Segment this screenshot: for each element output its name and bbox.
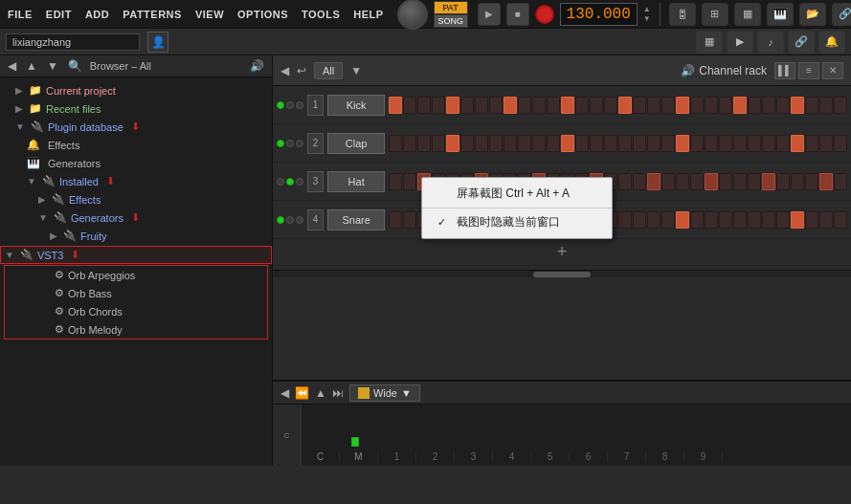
browser-effects-2[interactable]: ▶ 🔌 Effects: [0, 190, 272, 208]
pad[interactable]: [403, 135, 416, 152]
pad[interactable]: [633, 173, 646, 190]
pad[interactable]: [446, 97, 459, 114]
ch-btn2[interactable]: ♪: [757, 31, 784, 54]
h-scrollbar[interactable]: [273, 270, 851, 277]
step-seq-icon[interactable]: ▦: [734, 3, 761, 26]
pad[interactable]: [590, 97, 603, 114]
browser-icon[interactable]: 📂: [799, 3, 826, 26]
pad[interactable]: [389, 211, 402, 229]
username-icon[interactable]: 👤: [147, 32, 168, 53]
pad[interactable]: [834, 211, 847, 229]
pad[interactable]: [676, 97, 689, 114]
pad[interactable]: [776, 173, 790, 190]
browser-generators-1[interactable]: 🎹 Generators: [0, 154, 272, 172]
wide-dropdown[interactable]: Wide ▼: [349, 384, 420, 402]
pad[interactable]: [705, 97, 718, 114]
browser-orb-arpeggios[interactable]: ⚙ Orb Arpeggios: [5, 266, 267, 284]
cr-all-btn[interactable]: All: [314, 62, 343, 79]
menu-options[interactable]: OPTIONS: [237, 9, 288, 20]
pad[interactable]: [690, 135, 704, 152]
channel-rack-icon[interactable]: ⊞: [702, 3, 728, 26]
pad[interactable]: [748, 173, 761, 190]
browser-plugin-database[interactable]: ▼ 🔌 Plugin database ⬇: [0, 118, 272, 136]
pad[interactable]: [661, 97, 675, 114]
menu-help[interactable]: HELP: [353, 9, 383, 20]
pad[interactable]: [762, 211, 775, 229]
pad[interactable]: [819, 173, 833, 190]
pad[interactable]: [618, 135, 632, 152]
browser-orb-bass[interactable]: ⚙ Orb Bass: [5, 284, 267, 302]
roll-grid[interactable]: C M 1 2 3 4 5 6 7 8 9: [302, 405, 851, 466]
pad[interactable]: [475, 97, 488, 114]
browser-vst3[interactable]: ▼ 🔌 VST3 ⬇: [0, 246, 272, 264]
light-green[interactable]: [277, 140, 284, 147]
pad[interactable]: [633, 135, 646, 152]
pad[interactable]: [719, 135, 732, 152]
pad[interactable]: [805, 135, 818, 152]
tempo-up[interactable]: ▲: [643, 5, 651, 13]
menu-view[interactable]: VIEW: [195, 9, 224, 20]
pad[interactable]: [618, 97, 632, 114]
pad[interactable]: [791, 97, 804, 114]
menu-file[interactable]: FILE: [8, 9, 33, 20]
pad[interactable]: [719, 173, 732, 190]
light-green[interactable]: [286, 178, 294, 186]
cr-dropdown-btn[interactable]: ▼: [350, 64, 362, 77]
light-2[interactable]: [286, 140, 294, 147]
cr-wave-btn[interactable]: ≡: [798, 62, 819, 79]
pad[interactable]: [475, 135, 488, 152]
master-volume-knob[interactable]: [397, 0, 428, 30]
ctx-hide-window[interactable]: ✓ 截图时隐藏当前窗口: [422, 210, 612, 234]
browser-effects-1[interactable]: 🔔 Effects: [0, 136, 272, 154]
pad[interactable]: [647, 135, 661, 152]
light-3[interactable]: [296, 140, 303, 147]
pad[interactable]: [561, 135, 574, 152]
pad[interactable]: [748, 211, 761, 229]
pad[interactable]: [834, 97, 847, 114]
username-field[interactable]: [6, 33, 140, 51]
tempo-down[interactable]: ▼: [643, 14, 651, 23]
bt-up-btn[interactable]: ▲: [315, 386, 326, 400]
browser-back-btn[interactable]: ◀: [6, 59, 18, 73]
add-channel-btn[interactable]: +: [557, 242, 568, 262]
menu-add[interactable]: ADD: [85, 9, 109, 20]
pad[interactable]: [733, 173, 747, 190]
pad[interactable]: [690, 211, 704, 229]
pad[interactable]: [791, 173, 804, 190]
pad[interactable]: [805, 211, 818, 229]
light-2[interactable]: [286, 216, 294, 224]
pad[interactable]: [762, 173, 775, 190]
menu-patterns[interactable]: PATTERNS: [123, 9, 182, 20]
browser-speaker-btn[interactable]: 🔊: [248, 59, 266, 73]
pad[interactable]: [504, 97, 517, 114]
bt-back-btn[interactable]: ◀: [280, 386, 289, 400]
cr-back-btn[interactable]: ◀: [280, 64, 289, 77]
play-button[interactable]: ▶: [478, 3, 501, 26]
pad[interactable]: [604, 135, 617, 152]
pad[interactable]: [748, 135, 761, 152]
pad[interactable]: [561, 97, 574, 114]
pad[interactable]: [446, 135, 459, 152]
pad[interactable]: [791, 135, 804, 152]
snare-name[interactable]: Snare: [327, 209, 385, 230]
pad[interactable]: [518, 97, 531, 114]
pad[interactable]: [403, 173, 416, 190]
menu-tools[interactable]: TOOLS: [302, 9, 340, 20]
pad[interactable]: [590, 135, 603, 152]
pad[interactable]: [547, 135, 560, 152]
clap-name[interactable]: Clap: [327, 133, 385, 154]
browser-orb-chords[interactable]: ⚙ Orb Chords: [5, 302, 267, 320]
light-3[interactable]: [296, 178, 303, 186]
pad[interactable]: [762, 135, 775, 152]
pad[interactable]: [719, 97, 732, 114]
light-2[interactable]: [286, 101, 294, 109]
pad[interactable]: [719, 211, 732, 229]
pad[interactable]: [690, 97, 704, 114]
pad[interactable]: [705, 135, 718, 152]
pad[interactable]: [532, 135, 546, 152]
browser-installed[interactable]: ▼ 🔌 Installed ⬇: [0, 172, 272, 190]
browser-search-btn[interactable]: 🔍: [66, 59, 84, 73]
pad[interactable]: [676, 211, 689, 229]
pad[interactable]: [432, 97, 445, 114]
pad[interactable]: [618, 211, 632, 229]
